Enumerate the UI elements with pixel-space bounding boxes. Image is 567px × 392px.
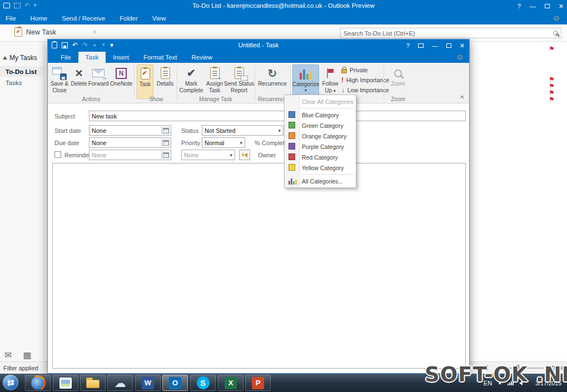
tab-send-receive[interactable]: Send / Receive xyxy=(62,15,105,22)
follow-up-flag-icon[interactable] xyxy=(549,96,555,103)
taskbar-outlook-button[interactable] xyxy=(162,375,188,391)
maximize-icon[interactable] xyxy=(446,43,451,48)
menu-item-yellow-category[interactable]: Yellow Category xyxy=(285,162,356,173)
search-placeholder: Search To-Do List (Ctrl+E) xyxy=(344,30,415,37)
close-icon[interactable] xyxy=(559,3,564,9)
date-picker-button[interactable] xyxy=(161,138,170,147)
outlook-window-title: To-Do List - karenjmccandless@hotmail.co… xyxy=(0,2,567,9)
menu-item-blue-category[interactable]: Blue Category xyxy=(285,110,356,120)
high-importance-button[interactable]: High Importance xyxy=(341,76,389,85)
tab-home[interactable]: Home xyxy=(31,15,48,22)
assign-task-button[interactable]: Assign Task xyxy=(205,64,225,97)
reminder-date-field[interactable]: None xyxy=(89,150,171,160)
reminder-checkbox[interactable] xyxy=(54,151,61,158)
ribbon-display-icon[interactable] xyxy=(418,43,424,48)
zoom-button[interactable]: Zoom xyxy=(386,64,410,97)
taskbar-excel-button[interactable] xyxy=(218,375,243,391)
tab-view[interactable]: View xyxy=(152,15,166,22)
onedrive-cloud-icon xyxy=(115,377,126,389)
owner-label: Owner xyxy=(258,152,276,158)
group-label-actions: Actions xyxy=(49,96,133,102)
menu-item-orange-category[interactable]: Orange Category xyxy=(285,131,356,141)
minimize-icon[interactable] xyxy=(432,43,438,49)
calendar-icon[interactable] xyxy=(23,351,31,360)
skype-icon xyxy=(197,376,210,389)
low-importance-icon xyxy=(341,87,345,93)
date-picker-button[interactable] xyxy=(161,151,170,159)
delete-icon xyxy=(74,68,83,78)
folder-icon xyxy=(86,380,100,388)
reminder-time-dropdown[interactable]: None xyxy=(181,150,235,160)
new-task-label: New Task xyxy=(26,28,56,36)
onenote-button[interactable]: OneNote xyxy=(110,64,132,97)
search-input[interactable]: Search To-Do List (Ctrl+E) xyxy=(340,28,561,38)
tab-file[interactable]: File xyxy=(53,52,78,63)
save-close-button[interactable]: Save & Close xyxy=(49,64,69,97)
tab-task[interactable]: Task xyxy=(78,52,106,63)
minimize-icon[interactable] xyxy=(530,3,536,9)
sidebar-item-tasks[interactable]: Tasks xyxy=(0,77,44,88)
collapse-ribbon-icon[interactable] xyxy=(460,95,464,101)
date-picker-button[interactable] xyxy=(161,126,170,135)
taskbar-skype-button[interactable] xyxy=(190,375,216,391)
tab-file[interactable]: File xyxy=(6,15,16,22)
low-importance-button[interactable]: Low Importance xyxy=(341,86,389,95)
all-categories-icon xyxy=(289,178,297,185)
menu-item-red-category[interactable]: Red Category xyxy=(285,152,356,162)
subject-field[interactable]: New task xyxy=(89,111,466,121)
menu-item-green-category[interactable]: Green Category xyxy=(285,120,356,131)
feedback-smiley-icon[interactable] xyxy=(553,14,560,22)
due-date-field[interactable]: None xyxy=(89,137,171,148)
dropdown-arrow-icon xyxy=(305,88,307,93)
menu-item-all-categories[interactable]: All Categories... xyxy=(285,176,356,186)
taskbar-word-button[interactable] xyxy=(135,375,161,391)
tab-format-text[interactable]: Format Text xyxy=(136,52,185,63)
feedback-smiley-icon[interactable] xyxy=(456,53,464,61)
forward-button[interactable]: Forward xyxy=(88,64,109,97)
task-notes-area[interactable] xyxy=(52,163,466,369)
taskbar-photo-viewer-button[interactable] xyxy=(53,375,78,391)
mark-complete-button[interactable]: Mark Complete xyxy=(179,64,203,97)
orange-category-swatch-icon xyxy=(289,132,295,139)
mail-icon[interactable] xyxy=(4,351,12,360)
tab-insert[interactable]: Insert xyxy=(106,52,136,63)
follow-up-flag-icon[interactable] xyxy=(549,46,555,52)
details-button[interactable]: Details xyxy=(155,64,175,97)
tab-folder[interactable]: Folder xyxy=(120,15,138,22)
tab-review[interactable]: Review xyxy=(184,52,220,63)
start-button[interactable] xyxy=(3,375,18,390)
recurrence-icon xyxy=(268,68,277,79)
taskbar-powerpoint-button[interactable] xyxy=(245,375,271,391)
close-icon[interactable] xyxy=(460,43,465,49)
follow-up-button[interactable]: Follow Up xyxy=(321,64,340,97)
send-status-report-button[interactable]: Send Status Report xyxy=(226,64,252,97)
sidebar-item-todo-list[interactable]: To-Do List xyxy=(0,66,44,77)
status-dropdown[interactable]: Not Started xyxy=(202,125,284,136)
maximize-icon[interactable] xyxy=(545,4,550,8)
flag-column-header-icon[interactable] xyxy=(555,32,560,38)
status-label: Status xyxy=(181,127,198,134)
task-ribbon: Save & Close Delete Forward OneNote Task xyxy=(48,63,469,103)
expand-triangle-icon xyxy=(3,56,7,59)
help-icon[interactable] xyxy=(518,3,521,9)
purple-category-swatch-icon xyxy=(289,143,295,150)
group-label-recurrence: Recurrence xyxy=(257,96,288,102)
categorize-icon xyxy=(300,68,312,80)
group-label-manage-task: Manage Task xyxy=(179,96,252,102)
priority-dropdown[interactable]: Normal xyxy=(202,137,245,148)
onenote-icon xyxy=(116,68,127,79)
new-task-button[interactable]: New Task xyxy=(14,27,56,37)
reminder-sound-button[interactable] xyxy=(239,150,250,160)
private-button[interactable]: Private xyxy=(341,66,368,75)
help-icon[interactable] xyxy=(406,43,410,49)
taskbar-explorer-button[interactable] xyxy=(80,375,106,391)
menu-item-purple-category[interactable]: Purple Category xyxy=(285,141,356,152)
taskbar-onedrive-button[interactable] xyxy=(107,375,133,391)
start-date-field[interactable]: None xyxy=(89,125,171,136)
delete-button[interactable]: Delete xyxy=(71,64,87,97)
task-toggle-button[interactable]: Task xyxy=(137,64,153,99)
taskbar-firefox-button[interactable] xyxy=(25,375,51,391)
my-tasks-group[interactable]: My Tasks xyxy=(3,54,37,62)
recurrence-button[interactable]: Recurrence xyxy=(257,64,288,97)
collapse-folder-pane-icon[interactable] xyxy=(93,28,96,35)
